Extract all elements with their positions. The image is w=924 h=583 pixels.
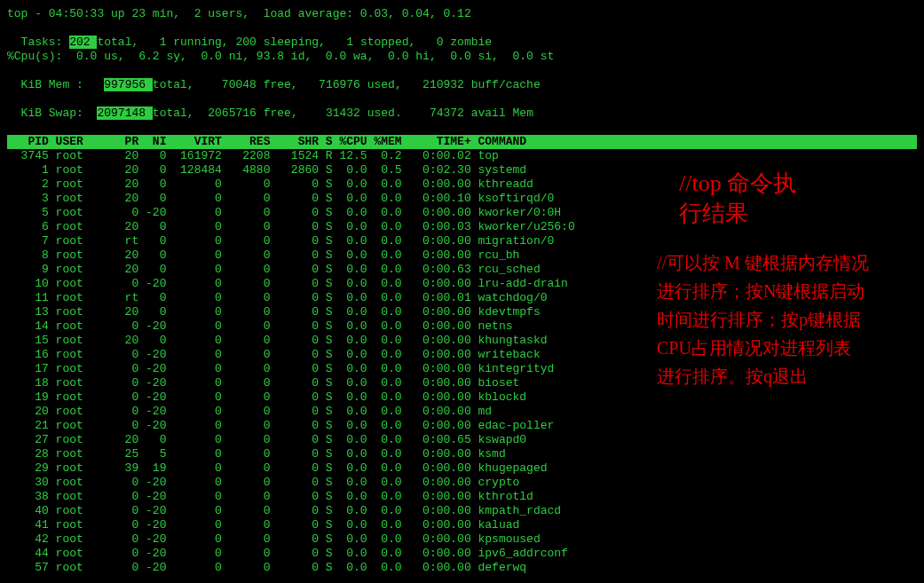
mem-total-value: 997956 xyxy=(104,78,153,91)
mem-detail: total, 70048 free, 716976 used, 210932 b… xyxy=(153,78,541,91)
annotation-description: //可以按 M 键根据内存情况 进行排序；按N键根据启动 时间进行排序；按p键根… xyxy=(657,248,923,390)
process-row[interactable]: 3745 root 20 0 161972 2208 1524 R 12.5 0… xyxy=(7,149,917,163)
process-row[interactable]: 20 root 0 -20 0 0 0 S 0.0 0.0 0:00.00 md xyxy=(7,405,917,419)
process-row[interactable]: 44 root 0 -20 0 0 0 S 0.0 0.0 0:00.00 ip… xyxy=(7,547,917,561)
swap-total-value: 2097148 xyxy=(97,106,152,120)
mem-label: KiB Mem : xyxy=(21,78,105,91)
blank-line xyxy=(7,121,917,135)
swap-label: KiB Swap: xyxy=(21,106,98,120)
process-row[interactable]: 40 root 0 -20 0 0 0 S 0.0 0.0 0:00.00 km… xyxy=(7,504,917,518)
swap-detail: total, 2065716 free, 31432 used. 74372 a… xyxy=(153,106,533,120)
tasks-total-value: 202 xyxy=(69,35,97,49)
annotation-desc-line2: 进行排序；按N键根据启动 xyxy=(657,277,923,305)
process-row[interactable]: 57 root 0 -20 0 0 0 S 0.0 0.0 0:00.00 de… xyxy=(7,561,917,575)
annotation-desc-line5: 进行排序。按q退出 xyxy=(657,362,923,390)
tasks-label: Tasks: xyxy=(21,35,70,49)
annotation-title: //top 命令执 行结果 xyxy=(679,169,910,229)
process-row[interactable]: 41 root 0 -20 0 0 0 S 0.0 0.0 0:00.00 ka… xyxy=(7,518,917,532)
process-row[interactable]: 7 root rt 0 0 0 0 S 0.0 0.0 0:00.00 migr… xyxy=(7,234,917,248)
process-row[interactable]: 19 root 0 -20 0 0 0 S 0.0 0.0 0:00.00 kb… xyxy=(7,390,917,405)
top-summary-line-1: top - 04:50:33 up 23 min, 2 users, load … xyxy=(7,7,917,21)
process-row[interactable]: 29 root 39 19 0 0 0 S 0.0 0.0 0:00.00 kh… xyxy=(7,461,917,476)
process-row[interactable]: 30 root 0 -20 0 0 0 S 0.0 0.0 0:00.00 cr… xyxy=(7,476,917,490)
top-summary-line-5: KiB Swap: 2097148 total, 2065716 free, 3… xyxy=(7,92,917,121)
process-row[interactable]: 38 root 0 -20 0 0 0 S 0.0 0.0 0:00.00 kt… xyxy=(7,490,917,504)
process-row[interactable]: 42 root 0 -20 0 0 0 S 0.0 0.0 0:00.00 kp… xyxy=(7,532,917,547)
annotation-title-line1: //top 命令执 xyxy=(679,169,910,199)
process-row[interactable]: 21 root 0 -20 0 0 0 S 0.0 0.0 0:00.00 ed… xyxy=(7,419,917,433)
process-row[interactable]: 27 root 20 0 0 0 0 S 0.0 0.0 0:00.65 ksw… xyxy=(7,433,917,447)
annotation-desc-line1: //可以按 M 键根据内存情况 xyxy=(657,248,923,277)
process-row[interactable]: 28 root 25 5 0 0 0 S 0.0 0.0 0:00.00 ksm… xyxy=(7,447,917,461)
top-summary-line-3: %Cpu(s): 0.0 us, 6.2 sy, 0.0 ni, 93.8 id… xyxy=(7,50,917,64)
process-table-header[interactable]: PID USER PR NI VIRT RES SHR S %CPU %MEM … xyxy=(7,135,917,149)
top-summary-line-4: KiB Mem : 997956 total, 70048 free, 7169… xyxy=(7,64,917,92)
top-summary-line-2: Tasks: 202 total, 1 running, 200 sleepin… xyxy=(7,21,917,50)
annotation-desc-line4: CPU占用情况对进程列表 xyxy=(657,334,923,362)
annotation-desc-line3: 时间进行排序；按p键根据 xyxy=(657,305,923,334)
annotation-title-line2: 行结果 xyxy=(679,199,910,229)
tasks-detail: total, 1 running, 200 sleeping, 1 stoppe… xyxy=(97,35,492,49)
